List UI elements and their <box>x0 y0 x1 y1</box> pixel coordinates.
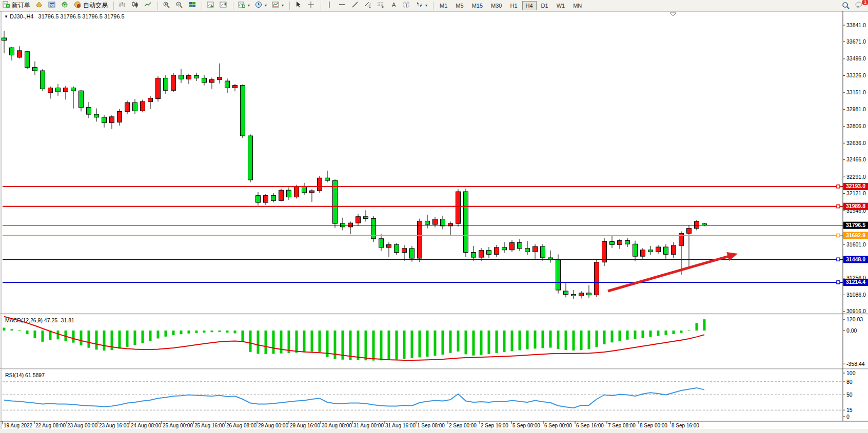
macd-bar <box>18 330 21 331</box>
candle-body <box>325 178 330 180</box>
hline-marker[interactable] <box>837 234 840 237</box>
time-axis-label: 23 Aug 16:00 <box>99 423 129 428</box>
candle-body <box>418 221 422 258</box>
candle-body <box>164 78 168 90</box>
timeframe-m15-button[interactable]: M15 <box>468 1 486 10</box>
news-signal-button[interactable] <box>59 1 71 10</box>
macd-bar <box>480 331 483 355</box>
bar-chart-mode-button[interactable] <box>116 1 128 10</box>
tile-windows-button[interactable] <box>186 1 198 10</box>
equidistant-channel-tool[interactable]: E <box>362 1 374 10</box>
candle-body <box>433 219 438 225</box>
candle-body <box>218 77 222 79</box>
cursor-tool-icon <box>294 1 302 10</box>
horizontal-line-tool[interactable] <box>337 1 348 10</box>
chart-canvas[interactable]: 120.030.00-358.44100805015033841.033671.… <box>0 0 868 433</box>
timeframe-d1-button[interactable]: D1 <box>538 1 552 10</box>
candle-body <box>579 293 584 296</box>
candle-body <box>471 253 476 258</box>
timeframe-h1-button[interactable]: H1 <box>506 1 521 10</box>
rsi-axis-label: 50 <box>846 391 853 398</box>
indicators-button[interactable]: ▾ <box>236 1 252 10</box>
chart-shift-icon <box>220 1 227 10</box>
macd-axis-label: -358.44 <box>846 361 865 367</box>
crosshair-tool-button[interactable] <box>305 1 317 10</box>
macd-bar <box>519 331 521 350</box>
zoom-out-button[interactable] <box>173 1 185 10</box>
time-axis-label: 6 Sep 16:00 <box>576 423 604 428</box>
periods-button[interactable]: ▾ <box>253 1 269 10</box>
macd-bar <box>134 331 136 345</box>
price-badge-label: 31214.4 <box>846 279 865 285</box>
price-badge-label: 31796.5 <box>846 222 865 228</box>
macd-bar <box>119 331 121 348</box>
candle-body <box>148 98 153 102</box>
time-axis[interactable]: 19 Aug 202222 Aug 08:0023 Aug 00:0023 Au… <box>3 421 699 428</box>
price-axis-label: 31601.0 <box>846 241 866 248</box>
cursor-tool-button[interactable] <box>292 1 304 10</box>
market-watch-button[interactable] <box>33 1 45 10</box>
timeframe-mn-button[interactable]: MN <box>569 1 585 10</box>
trendline-tool[interactable] <box>349 1 361 10</box>
terminal-button[interactable] <box>46 1 58 10</box>
autotrade-button[interactable]: 自动交易 <box>72 1 110 10</box>
text-label-tool[interactable]: T <box>401 1 412 10</box>
rsi-indicator-label: RSI(14) 61.5897 <box>5 372 45 378</box>
hline-marker[interactable] <box>837 281 840 284</box>
candle-body <box>525 249 530 252</box>
macd-bar <box>149 331 152 341</box>
auto-scroll-button[interactable] <box>205 1 216 10</box>
candle-body <box>672 245 676 254</box>
new-order-button[interactable]: 新订单 <box>1 1 32 10</box>
macd-bar <box>188 331 190 334</box>
macd-bar <box>573 331 575 350</box>
time-axis-label: 24 Aug 08:00 <box>131 423 161 428</box>
time-axis-label: 26 Aug 08:00 <box>226 423 257 428</box>
candle-body <box>564 291 568 295</box>
macd-bar <box>211 331 213 332</box>
macd-bar <box>696 323 698 331</box>
candle-body <box>687 229 692 234</box>
svg-text:E: E <box>369 5 371 8</box>
macd-bar <box>403 331 406 359</box>
chart-collapse-icon[interactable]: ▼ <box>4 14 8 19</box>
candle-body <box>518 242 522 248</box>
macd-bar <box>565 331 567 350</box>
chart-shift-button[interactable] <box>218 1 229 10</box>
vertical-line-tool[interactable] <box>324 1 336 10</box>
candle-body <box>125 102 130 111</box>
candle-body <box>394 244 399 252</box>
macd-bar <box>319 331 321 352</box>
hline-marker[interactable] <box>837 258 840 261</box>
search-button[interactable] <box>840 1 852 10</box>
templates-button[interactable]: ▾ <box>270 1 286 10</box>
candle-body <box>256 196 261 202</box>
chevron-down-icon: ▾ <box>282 3 284 8</box>
time-axis-label: 8 Sep 16:00 <box>672 423 699 428</box>
candle-body <box>625 241 630 244</box>
timeframe-w1-button[interactable]: W1 <box>553 1 569 10</box>
timeframe-m5-button[interactable]: M5 <box>452 1 467 10</box>
bar-chart-mode-icon <box>119 1 126 10</box>
timeframe-m1-button[interactable]: M1 <box>436 1 451 10</box>
text-tool[interactable]: A <box>388 1 400 10</box>
fibonacci-tool[interactable]: F <box>375 1 387 10</box>
timeframe-h4-button[interactable]: H4 <box>522 1 537 10</box>
text-icon: A <box>390 1 398 10</box>
candle-body <box>156 78 161 98</box>
candlestick-mode-button[interactable] <box>129 1 141 10</box>
candle-body <box>87 108 91 114</box>
line-chart-mode-button[interactable] <box>142 1 154 10</box>
price-axis-label: 32291.0 <box>846 174 866 180</box>
candle-body <box>648 250 653 252</box>
timeframe-m30-button[interactable]: M30 <box>487 1 505 10</box>
trendline-icon <box>351 1 359 10</box>
zoom-in-button[interactable] <box>161 1 172 10</box>
candle-body <box>94 114 99 117</box>
hline-marker[interactable] <box>837 205 840 208</box>
price-axis-label: 33496.0 <box>846 55 866 61</box>
price-axis-label: 33841.0 <box>846 22 866 28</box>
macd-bar <box>272 331 275 354</box>
hline-marker[interactable] <box>837 185 840 188</box>
arrows-tool[interactable]: ▾ <box>413 1 429 10</box>
